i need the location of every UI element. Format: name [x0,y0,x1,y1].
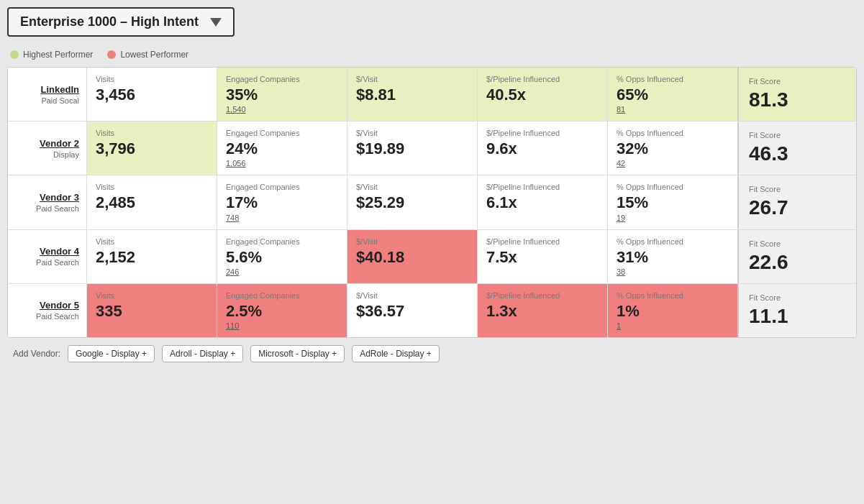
metric-value: 3,796 [96,140,208,157]
vendor-name[interactable]: Vendor 4 [40,246,79,257]
metric-value: $36.57 [356,303,468,320]
metric-cell-2: $/Visit $40.18 [347,230,478,283]
metric-label: $/Pipeline Influenced [486,291,599,300]
metrics-area: Visits 2,152 Engaged Companies 5.6% 246 … [87,230,737,283]
fit-score-value: 26.7 [749,196,846,219]
metric-cell-0: Visits 2,485 [87,175,217,229]
metric-cell-3: $/Pipeline Influenced 1.3x [478,284,608,337]
metric-label: Visits [96,129,208,137]
metric-value: 24% [226,140,338,157]
vendor-name[interactable]: Vendor 3 [40,192,79,203]
metric-value: 2,485 [96,194,208,211]
metric-label: % Opps Influenced [617,237,729,246]
metric-cell-3: $/Pipeline Influenced 7.5x [478,230,608,283]
metric-value: 6.1x [486,194,599,211]
metric-value: 335 [96,303,208,320]
vendor-type: Paid Search [36,312,79,321]
fit-score-label: Fit Score [749,239,846,248]
metrics-area: Visits 3,456 Engaged Companies 35% 1,540… [87,68,737,121]
vendor-col-3: Vendor 4 Paid Search [8,230,87,283]
metric-label: $/Visit [356,237,468,246]
metric-cell-4: % Opps Influenced 31% 38 [608,230,737,283]
metrics-area: Visits 3,796 Engaged Companies 24% 1,056… [87,122,737,175]
vendor-type: Display [53,150,79,159]
metric-label: $/Pipeline Influenced [486,75,599,83]
legend-lowest: Lowest Performer [107,50,188,60]
vendor-name[interactable]: Vendor 5 [40,300,79,311]
metric-cell-4: % Opps Influenced 65% 81 [608,68,737,121]
vendor-name[interactable]: Vendor 2 [40,138,79,149]
table-row: Vendor 2 Display Visits 3,796 Engaged Co… [8,122,856,175]
add-vendor-label: Add Vendor: [13,349,60,359]
metric-value: 9.6x [486,140,599,157]
metric-cell-1: Engaged Companies 2.5% 110 [217,284,347,337]
dropdown-arrow-icon [210,18,222,27]
metric-sub: 246 [226,267,338,276]
metric-cell-0: Visits 2,152 [87,230,217,283]
metric-label: $/Pipeline Influenced [486,237,599,246]
vendor-type: Paid Search [36,258,79,267]
metrics-area: Visits 2,485 Engaged Companies 17% 748 $… [87,175,737,229]
add-vendor-chip-2[interactable]: Microsoft - Display + [250,345,345,362]
add-vendor-chip-3[interactable]: AdRole - Display + [352,345,440,362]
metric-label: Visits [96,291,208,300]
metric-cell-1: Engaged Companies 24% 1,056 [217,122,347,175]
table-row: Vendor 4 Paid Search Visits 2,152 Engage… [8,230,856,284]
vendor-col-0: LinkedIn Paid Socal [8,68,87,121]
metric-label: % Opps Influenced [617,183,729,191]
metric-sub: 748 [226,214,338,222]
fit-score-value: 46.3 [749,142,846,165]
metric-label: $/Visit [356,75,468,83]
add-vendor-bar: Add Vendor:Google - Display +Adroll - Di… [7,338,857,365]
metric-label: Visits [96,75,208,83]
metric-value: 2.5% [226,303,338,320]
vendor-type: Paid Search [36,204,79,213]
metric-label: % Opps Influenced [617,291,729,300]
vendor-type: Paid Socal [41,96,79,105]
metric-cell-2: $/Visit $36.57 [347,284,478,337]
metric-label: Engaged Companies [226,129,338,137]
metric-label: Engaged Companies [226,291,338,300]
fit-score-label: Fit Score [749,185,846,193]
metric-label: $/Visit [356,183,468,191]
fit-score-label: Fit Score [749,77,846,86]
metrics-grid: LinkedIn Paid Socal Visits 3,456 Engaged… [7,67,857,338]
fit-score-col-1: Fit Score 46.3 [737,122,856,175]
metric-label: Visits [96,237,208,246]
highest-dot-icon [10,50,19,59]
metric-label: $/Visit [356,129,468,137]
metric-value: 15% [617,194,729,211]
fit-score-value: 81.3 [749,88,846,111]
table-row: LinkedIn Paid Socal Visits 3,456 Engaged… [8,68,856,122]
metric-cell-1: Engaged Companies 35% 1,540 [217,68,347,121]
vendor-col-2: Vendor 3 Paid Search [8,175,87,229]
metric-value: 5.6% [226,249,338,266]
metric-value: 2,152 [96,249,208,266]
vendor-name[interactable]: LinkedIn [41,84,79,95]
legend-highest-label: Highest Performer [23,50,93,60]
fit-score-col-4: Fit Score 11.1 [737,284,856,337]
metric-label: Engaged Companies [226,237,338,246]
app-container: Enterprise 1000 – High Intent Highest Pe… [0,0,864,504]
segment-dropdown[interactable]: Enterprise 1000 – High Intent [7,7,235,37]
metric-label: $/Pipeline Influenced [486,183,599,191]
metric-sub: 110 [226,321,338,330]
metric-value: 3,456 [96,86,208,104]
add-vendor-chip-1[interactable]: Adroll - Display + [162,345,243,362]
metric-value: 31% [617,249,729,266]
metric-cell-4: % Opps Influenced 32% 42 [608,122,737,175]
metric-value: 65% [617,86,729,104]
table-row: Vendor 5 Paid Search Visits 335 Engaged … [8,284,856,337]
metrics-area: Visits 335 Engaged Companies 2.5% 110 $/… [87,284,737,337]
metric-label: Engaged Companies [226,183,338,191]
metric-cell-0: Visits 3,456 [87,68,217,121]
metric-sub: 19 [617,214,729,222]
metric-label: $/Pipeline Influenced [486,129,599,137]
metric-value: 35% [226,86,338,104]
fit-score-col-3: Fit Score 22.6 [737,230,856,283]
lowest-dot-icon [107,50,116,59]
add-vendor-chip-0[interactable]: Google - Display + [68,345,155,362]
metric-cell-4: % Opps Influenced 1% 1 [608,284,737,337]
metric-cell-3: $/Pipeline Influenced 6.1x [478,175,608,229]
metric-value: 40.5x [486,86,599,104]
